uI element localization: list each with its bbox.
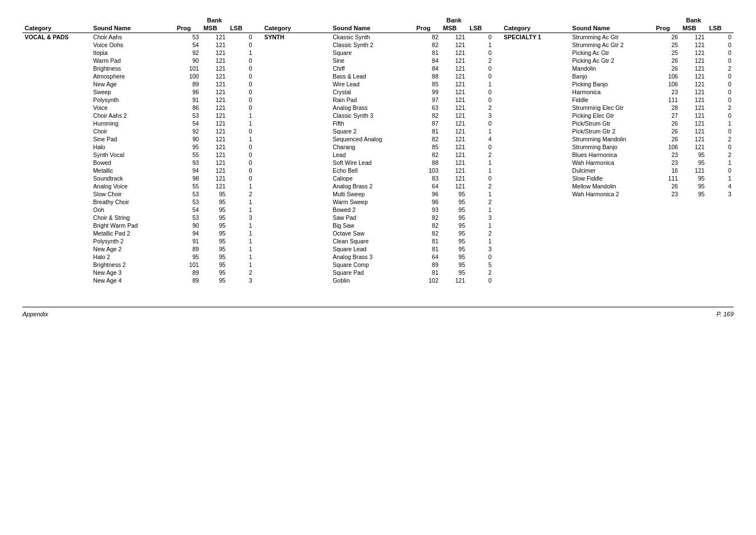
cell-soundname-2: Goblin xyxy=(330,276,414,284)
cell-lsb-3: 0 xyxy=(707,41,734,49)
cell-soundname-1: Choir Aahs 2 xyxy=(91,112,174,119)
cell-prog-3: 16 xyxy=(653,167,680,174)
cell-lsb-3: 4 xyxy=(707,182,734,190)
cell-msb-2: 121 xyxy=(441,182,467,190)
cell-soundname-1: Itopia xyxy=(91,49,174,57)
cell-soundname-3 xyxy=(570,269,653,276)
cell-msb-3: 121 xyxy=(680,143,707,151)
cell-soundname-2: Saw Pad xyxy=(330,214,414,222)
cell-msb-1: 95 xyxy=(201,276,228,284)
cell-category-2 xyxy=(262,135,330,143)
cell-soundname-3: Wah Harmonica 2 xyxy=(570,190,653,198)
cell-prog-2: 88 xyxy=(414,72,440,80)
cell-lsb-1: 0 xyxy=(228,96,254,104)
cell-prog-2: 97 xyxy=(414,96,440,104)
cell-category-1 xyxy=(22,104,91,112)
cell-lsb-1: 0 xyxy=(228,151,254,159)
cell-prog-2: 82 xyxy=(414,214,440,222)
cell-category-2 xyxy=(262,269,330,276)
cell-msb-1: 95 xyxy=(201,222,228,229)
cell-category-3 xyxy=(501,151,570,159)
cell-prog-3 xyxy=(653,237,680,245)
cell-lsb-1: 0 xyxy=(228,143,254,151)
cell-msb-1: 121 xyxy=(201,41,228,49)
cell-category-2 xyxy=(262,174,330,182)
cell-lsb-3 xyxy=(707,269,734,276)
cell-prog-2: 85 xyxy=(414,80,440,88)
cell-msb-3 xyxy=(680,245,707,253)
cell-soundname-1: Breathy Choir xyxy=(91,198,174,206)
cell-prog-2: 102 xyxy=(414,276,440,284)
cell-category-3: SPECIALTY 1 xyxy=(501,33,570,41)
cell-lsb-3 xyxy=(707,253,734,261)
cell-msb-1: 95 xyxy=(201,237,228,245)
cell-prog-1: 101 xyxy=(174,261,201,269)
cell-msb-2: 121 xyxy=(441,174,467,182)
cell-msb-3: 95 xyxy=(680,190,707,198)
cell-soundname-3: Pick/Strum Gtr xyxy=(570,119,653,127)
cell-lsb-1: 0 xyxy=(228,33,254,41)
cell-prog-2: 83 xyxy=(414,174,440,182)
cell-category-1 xyxy=(22,96,91,104)
cell-soundname-1: Metallic Pad 2 xyxy=(91,229,174,237)
cell-category-2 xyxy=(262,119,330,127)
cell-category-3 xyxy=(501,269,570,276)
cell-prog-1: 96 xyxy=(174,88,201,96)
cell-category-3 xyxy=(501,80,570,88)
cell-category-2 xyxy=(262,198,330,206)
cell-msb-2: 121 xyxy=(441,159,467,167)
cell-soundname-2: Analog Brass 2 xyxy=(330,182,414,190)
cell-category-2 xyxy=(262,127,330,135)
table-row: Halo 295951Analog Brass 364950 xyxy=(22,253,734,261)
cell-msb-1: 121 xyxy=(201,80,228,88)
cell-lsb-3 xyxy=(707,222,734,229)
cell-lsb-1: 1 xyxy=(228,135,254,143)
cell-category-1 xyxy=(22,143,91,151)
cell-soundname-3: Picking Elec Gtr xyxy=(570,112,653,119)
cell-lsb-1: 1 xyxy=(228,245,254,253)
cell-msb-1: 121 xyxy=(201,182,228,190)
cell-msb-2: 95 xyxy=(441,253,467,261)
cell-soundname-3: Slow Fiddle xyxy=(570,174,653,182)
cell-category-2 xyxy=(262,104,330,112)
cell-prog-3: 23 xyxy=(653,159,680,167)
cell-lsb-1: 0 xyxy=(228,159,254,167)
cell-soundname-3: Dulcimer xyxy=(570,167,653,174)
cell-msb-1: 95 xyxy=(201,245,228,253)
cell-category-2 xyxy=(262,80,330,88)
cell-prog-3: 106 xyxy=(653,80,680,88)
cell-soundname-1: Bowed xyxy=(91,159,174,167)
cell-soundname-3 xyxy=(570,245,653,253)
cell-lsb-2: 1 xyxy=(467,222,494,229)
header-category-2: Category xyxy=(262,24,330,33)
cell-lsb-2: 1 xyxy=(467,237,494,245)
cell-lsb-3: 2 xyxy=(707,135,734,143)
cell-soundname-2: Sequenced Analog xyxy=(330,135,414,143)
cell-msb-2: 95 xyxy=(441,245,467,253)
cell-lsb-3: 0 xyxy=(707,80,734,88)
cell-msb-3: 121 xyxy=(680,33,707,41)
cell-lsb-2: 1 xyxy=(467,159,494,167)
cell-msb-1: 95 xyxy=(201,198,228,206)
cell-lsb-2: 5 xyxy=(467,261,494,269)
cell-msb-2: 121 xyxy=(441,96,467,104)
cell-category-2 xyxy=(262,214,330,222)
cell-msb-1: 121 xyxy=(201,174,228,182)
header-lsb-2: LSB xyxy=(467,24,494,33)
cell-category-2 xyxy=(262,57,330,64)
cell-soundname-1: Analog Voice xyxy=(91,182,174,190)
cell-soundname-3: Strumming Mandolin xyxy=(570,135,653,143)
cell-lsb-3: 0 xyxy=(707,33,734,41)
cell-category-3 xyxy=(501,229,570,237)
table-row: Metallic941210Echo Bell1031211Dulcimer16… xyxy=(22,167,734,174)
cell-category-2 xyxy=(262,96,330,104)
cell-prog-1: 55 xyxy=(174,151,201,159)
cell-msb-2: 121 xyxy=(441,112,467,119)
cell-soundname-3: Picking Ac Gtr xyxy=(570,49,653,57)
cell-lsb-2: 0 xyxy=(467,96,494,104)
cell-category-3 xyxy=(501,119,570,127)
table-row: Choir & String53953Saw Pad82953 xyxy=(22,214,734,222)
cell-msb-2: 121 xyxy=(441,80,467,88)
cell-lsb-2: 1 xyxy=(467,167,494,174)
cell-prog-1: 53 xyxy=(174,198,201,206)
